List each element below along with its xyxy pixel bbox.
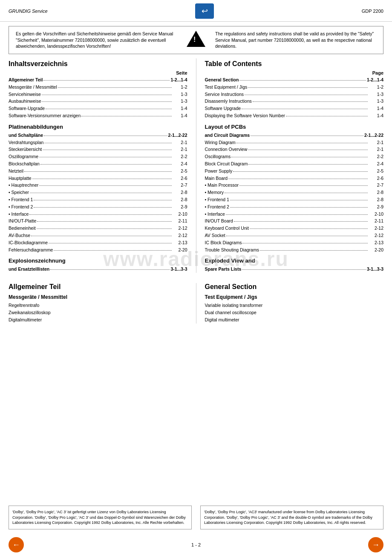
general-german-title: Allgemeiner Teil	[9, 283, 187, 291]
general-item: Dual channel oscilloscope	[205, 309, 384, 316]
toc-item-label: AV Socket	[205, 232, 225, 239]
toc-item-dots	[29, 214, 171, 215]
toc-item-label: Service Instructions	[205, 91, 244, 98]
footer-notes: 'Dolby', 'Dolby Pro Logic', 'AC 3' ist g…	[0, 506, 392, 529]
toc-item-dots	[54, 250, 171, 251]
footer-english-text: 'Dolby', 'Dolby Pro Logic', 'AC3' manufa…	[204, 510, 372, 525]
toc-item-dots	[30, 193, 171, 193]
toc-item: Blockschaltplan2-4	[9, 160, 187, 168]
toc-item-page: 2-10	[369, 211, 383, 218]
next-page-button[interactable]: →	[368, 537, 383, 552]
toc-section: Inhaltsverzeichnis Seite Allgemeiner Tei…	[0, 58, 392, 273]
toc-item-page: 2-10	[173, 211, 187, 218]
toc-english-section2-items: Wiring Diagram2-1Connection Overview2-1O…	[205, 139, 384, 254]
toc-item-page: 2-2	[369, 153, 383, 160]
toc-item-dots	[37, 221, 171, 222]
toc-item-dots	[286, 116, 368, 116]
toc-item-page: 1-2	[369, 84, 383, 91]
toc-item-page: 2-20	[369, 246, 383, 254]
toc-item-page: 2-8	[369, 189, 383, 196]
warning-box: Es gelten die Vorschriften und Sicherhei…	[9, 26, 383, 54]
toc-item: AV-Buchse2-12	[9, 232, 187, 239]
toc-item-dots	[34, 207, 171, 208]
toc-item-page: 1-2	[173, 84, 187, 91]
toc-item: Oszillogramme2-2	[9, 153, 187, 160]
toc-item-label: • Speicher	[9, 189, 29, 196]
toc-item-label: • Frontend 1	[205, 196, 229, 203]
toc-item-dots	[230, 200, 368, 200]
toc-item-page: 2-12	[173, 225, 187, 232]
toc-item-label: Block Circuit Diagram	[205, 160, 248, 168]
toc-item-label: • Frontend 1	[9, 196, 33, 203]
toc-item-page: 1-3	[369, 91, 383, 98]
prev-page-button[interactable]: ←	[9, 537, 24, 552]
toc-item-label: IC Block Diagrams	[205, 239, 242, 246]
toc-german-section1: Allgemeiner Teil 1-2...1-4	[9, 76, 187, 84]
toc-item-page: 2-6	[369, 175, 383, 182]
toc-item-label: IC-Blockdiagramme	[9, 239, 48, 246]
toc-german-page-header: Seite	[9, 70, 187, 75]
toc-item-label: • Memory	[205, 189, 224, 196]
toc-item-label: • Frontend 2	[205, 203, 229, 211]
toc-item-label: Messgeräte / Messmittel	[9, 84, 57, 91]
toc-item-dots	[44, 143, 171, 143]
toc-item-page: 2-4	[369, 160, 383, 168]
toc-item-label: • Main Processor	[205, 182, 239, 189]
toc-german-section3-title1: Explosionszeichnung	[9, 257, 187, 264]
toc-item-label: IN/OUT Board	[205, 217, 233, 225]
logo-icon: ↩	[195, 3, 214, 19]
toc-item-dots	[260, 250, 368, 251]
toc-item-label: Servicehinweise	[9, 91, 41, 98]
toc-item-dots	[234, 221, 368, 222]
toc-item-dots	[226, 236, 368, 236]
toc-item: Trouble Shouting Diagrams2-20	[205, 246, 384, 254]
toc-english-section1-items: Test Equipment / Jigs1-2Service Instruct…	[205, 84, 384, 119]
toc-german-section2-items: Verdrahtungsplan2-1Steckerübersicht2-1Os…	[9, 139, 187, 254]
toc-english-section2: and Circuit Diagrams 2-1...2-22	[205, 132, 384, 139]
toc-item-page: 2-13	[369, 239, 383, 246]
toc-item: IN/OUT-Platte2-11	[9, 217, 187, 225]
toc-english-page-header: Page	[205, 70, 384, 75]
toc-german-section3: und Ersatzteillisten 3-1...3-3	[9, 266, 187, 273]
toc-item-label: IN/OUT-Platte	[9, 217, 36, 225]
toc-item: Hauptplatte2-6	[9, 175, 187, 182]
toc-item-page: 1-4	[173, 105, 187, 112]
section1-german-page: 1-2...1-4	[170, 76, 187, 84]
footer-german-text: 'Dolby', 'Dolby Pro Logic', 'AC 3' ist g…	[12, 510, 186, 525]
toc-item: Oscillograms2-2	[205, 153, 384, 160]
toc-item-dots	[242, 243, 368, 243]
section3-german-page: 3-1...3-3	[170, 266, 187, 273]
toc-item: IC Block Diagrams2-13	[205, 239, 384, 246]
general-german-items: RegeltrenntrafoZweikanaloszilloskopDigit…	[9, 302, 187, 323]
toc-item: Disassemly Instructions1-3	[205, 98, 384, 105]
toc-item-dots	[248, 87, 368, 88]
section2-en-dots	[251, 136, 363, 136]
toc-item-dots	[40, 164, 172, 165]
toc-english-section3: Spare Parts Lists 3-1...3-3	[205, 266, 384, 273]
section3-en-dots	[242, 269, 366, 270]
toc-item: Test Equipment / Jigs1-2	[205, 84, 384, 91]
general-item: Variable isolating transformer	[205, 302, 384, 309]
toc-item: • Frontend 22-9	[9, 203, 187, 211]
toc-item-page: 2-4	[173, 160, 187, 168]
toc-item: Connection Overview2-1	[205, 146, 384, 153]
toc-item-label: • Interface	[205, 211, 225, 218]
toc-item: • Frontend 12-8	[205, 196, 384, 203]
model-number: GDP 2200	[362, 9, 383, 14]
toc-item: Block Circuit Diagram2-4	[205, 160, 384, 168]
toc-item-label: Software-Upgrade	[9, 105, 45, 112]
toc-item-label: Disassemly Instructions	[205, 98, 252, 105]
toc-item-dots	[228, 179, 368, 179]
toc-item: Wiring Diagram2-1	[205, 139, 384, 146]
toc-item-page: 1-4	[369, 112, 383, 119]
toc-item-page: 2-12	[369, 232, 383, 239]
section3-german-label: und Ersatzteillisten	[9, 266, 49, 273]
toc-german-section2: und Schaltpläne 2-1...2-22	[9, 132, 187, 139]
warning-icon	[185, 31, 207, 47]
toc-item-label: Ausbauhinweise	[9, 98, 41, 105]
toc-item-page: 2-7	[369, 182, 383, 189]
toc-item-dots	[81, 116, 171, 116]
toc-item: Software Upgrade1-4	[205, 105, 384, 112]
toc-item-dots	[230, 207, 368, 208]
toc-german-title: Inhaltsverzeichnis	[9, 60, 187, 68]
